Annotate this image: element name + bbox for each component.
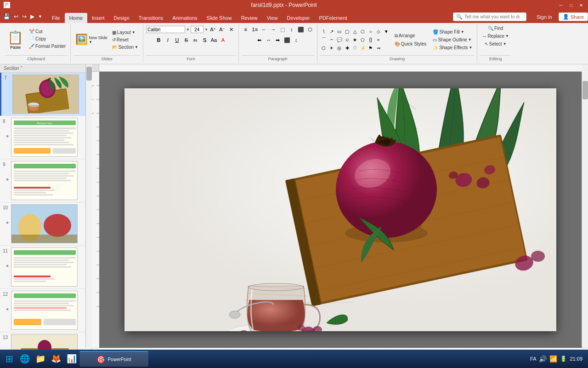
- title-controls[interactable]: ─ □ ✕: [558, 2, 584, 8]
- taskbar-firefox[interactable]: 🦊: [48, 351, 64, 367]
- reset-button[interactable]: ↺ Reset: [110, 36, 140, 43]
- section-button[interactable]: 📂 Section ▼: [110, 44, 140, 51]
- shape-sun[interactable]: ☀: [328, 44, 335, 52]
- minimize-button[interactable]: ─: [558, 2, 564, 8]
- shape-arc[interactable]: ⌒: [320, 36, 328, 43]
- tell-me-box[interactable]: 🔍: [453, 12, 526, 21]
- align-right-button[interactable]: ➡: [274, 36, 282, 44]
- shape-wave[interactable]: ≈: [375, 36, 382, 43]
- font-size-input[interactable]: [191, 26, 204, 33]
- taskbar-powerpoint-active[interactable]: 🎯 PowerPoint: [79, 351, 148, 367]
- subscript-button[interactable]: a₂: [191, 36, 199, 44]
- shape-callout[interactable]: 💬: [336, 36, 343, 43]
- slide-item-10[interactable]: 10 ★: [0, 202, 91, 246]
- tab-animations[interactable]: Animations: [168, 13, 202, 23]
- taskbar-ie[interactable]: 🌐: [17, 351, 33, 367]
- shape-diamond[interactable]: ◇: [375, 28, 382, 35]
- slide-item-9[interactable]: 9 ★: [0, 159, 91, 202]
- tab-file[interactable]: File: [47, 13, 65, 23]
- tab-transitions[interactable]: Transitions: [134, 13, 168, 23]
- quick-styles-button[interactable]: 🎨 Quick Styles: [393, 40, 429, 47]
- text-direction-button[interactable]: ↕: [288, 25, 296, 34]
- slide-item-7[interactable]: 7: [0, 73, 91, 116]
- scrollbar-thumb[interactable]: [582, 81, 588, 99]
- redo-button[interactable]: ↪: [21, 13, 28, 20]
- shape-curve[interactable]: ~: [328, 36, 335, 43]
- align-text-button[interactable]: ⬛: [297, 25, 305, 34]
- volume-icon[interactable]: 📶: [549, 355, 557, 362]
- slide-item-8[interactable]: 8 Persian Text: [0, 116, 91, 159]
- slide-item-12[interactable]: 12 ★: [0, 289, 91, 332]
- share-button[interactable]: 👤 Share: [559, 12, 588, 21]
- tab-insert[interactable]: Insert: [87, 13, 109, 23]
- customize-quick-access[interactable]: ▼: [37, 14, 44, 19]
- shape-flag[interactable]: ⚑: [367, 44, 374, 52]
- align-center-button[interactable]: ↔: [265, 36, 273, 44]
- shape-outline-button[interactable]: ▭ Shape Outline ▼: [431, 36, 474, 43]
- shape-arrow[interactable]: ↗: [328, 28, 335, 35]
- slide-item-11[interactable]: 11 ★: [0, 246, 91, 289]
- line-spacing-button[interactable]: ↕: [292, 36, 300, 44]
- tab-home[interactable]: Home: [65, 13, 87, 23]
- tab-view[interactable]: View: [262, 13, 283, 23]
- bullets-button[interactable]: ≡: [242, 25, 250, 34]
- shadow-button[interactable]: S: [200, 36, 209, 44]
- tab-developer[interactable]: Developer: [282, 13, 314, 23]
- tab-pdfelement[interactable]: PDFelement: [315, 13, 352, 23]
- font-name-input[interactable]: [146, 26, 185, 33]
- layout-button[interactable]: ▦ Layout ▼: [110, 29, 140, 36]
- align-left-button[interactable]: ⬅: [255, 36, 264, 44]
- select-button[interactable]: ↖ Select ▼: [483, 40, 509, 47]
- bold-button[interactable]: B: [154, 36, 163, 44]
- sign-in-button[interactable]: Sign in: [533, 13, 556, 21]
- font-size-dropdown[interactable]: ▼: [204, 28, 208, 32]
- format-painter-button[interactable]: 🖌️ Format Painter: [27, 43, 68, 50]
- shape-oval[interactable]: ○: [367, 28, 374, 35]
- start-presentation-button[interactable]: ▶: [29, 13, 36, 20]
- justify-button[interactable]: ⬛: [283, 36, 291, 44]
- shape-lightning[interactable]: ⚡: [359, 44, 367, 52]
- shape-brace[interactable]: {}: [367, 36, 374, 43]
- shape-eq[interactable]: ⬡: [320, 44, 328, 52]
- tell-me-input[interactable]: [464, 14, 520, 19]
- shape-pentagon[interactable]: ⬠: [359, 36, 367, 43]
- maximize-button[interactable]: □: [568, 2, 574, 8]
- shape-smiley[interactable]: ☺: [344, 36, 351, 43]
- tab-review[interactable]: Review: [237, 13, 262, 23]
- paste-button[interactable]: 📋 Paste: [5, 28, 26, 52]
- arrange-button[interactable]: ⧉ Arrange: [393, 32, 429, 40]
- shape-fill-button[interactable]: 🪣 Shape Fill ▼: [431, 29, 474, 35]
- numbering-button[interactable]: 1≡: [251, 25, 259, 34]
- taskbar-explorer[interactable]: 📁: [33, 351, 48, 367]
- shape-line[interactable]: \: [320, 28, 328, 35]
- start-button[interactable]: ⊞: [2, 351, 17, 367]
- italic-button[interactable]: I: [164, 36, 172, 44]
- columns-button[interactable]: ⬚: [278, 25, 287, 34]
- increase-font-button[interactable]: A⁺: [209, 25, 217, 34]
- shape-effects-button[interactable]: ✨ Shape Effects ▼: [431, 44, 474, 51]
- shape-donut[interactable]: ◎: [336, 44, 343, 52]
- undo-button[interactable]: ↩: [12, 13, 20, 20]
- change-case-button[interactable]: Aa: [209, 36, 218, 44]
- tab-slideshow[interactable]: Slide Show: [202, 13, 237, 23]
- font-name-dropdown[interactable]: ▼: [186, 28, 190, 32]
- shape-star[interactable]: ★: [351, 36, 359, 43]
- shape-more[interactable]: ▼: [383, 28, 390, 35]
- decrease-font-button[interactable]: A⁻: [218, 25, 226, 34]
- shape-roundrect[interactable]: ▢: [344, 28, 351, 35]
- shape-cross[interactable]: ✚: [344, 44, 351, 52]
- close-button[interactable]: ✕: [578, 2, 584, 8]
- shape-rect[interactable]: ▭: [336, 28, 343, 35]
- underline-button[interactable]: U: [173, 36, 181, 44]
- strikethrough-button[interactable]: S: [182, 36, 190, 44]
- decrease-indent-button[interactable]: ←: [260, 25, 268, 34]
- increase-indent-button[interactable]: →: [269, 25, 277, 34]
- shape-hex[interactable]: ⬡: [359, 28, 367, 35]
- cut-button[interactable]: ✂️ Cut: [27, 28, 68, 35]
- convert-smartart-button[interactable]: ⬡: [306, 25, 314, 34]
- copy-button[interactable]: 📄 Copy: [27, 35, 68, 42]
- shape-triangle[interactable]: △: [351, 28, 359, 35]
- canvas-scrollbar[interactable]: [582, 72, 588, 348]
- font-color-button[interactable]: A: [219, 36, 227, 44]
- replace-button[interactable]: ↔ Replace ▼: [480, 33, 511, 40]
